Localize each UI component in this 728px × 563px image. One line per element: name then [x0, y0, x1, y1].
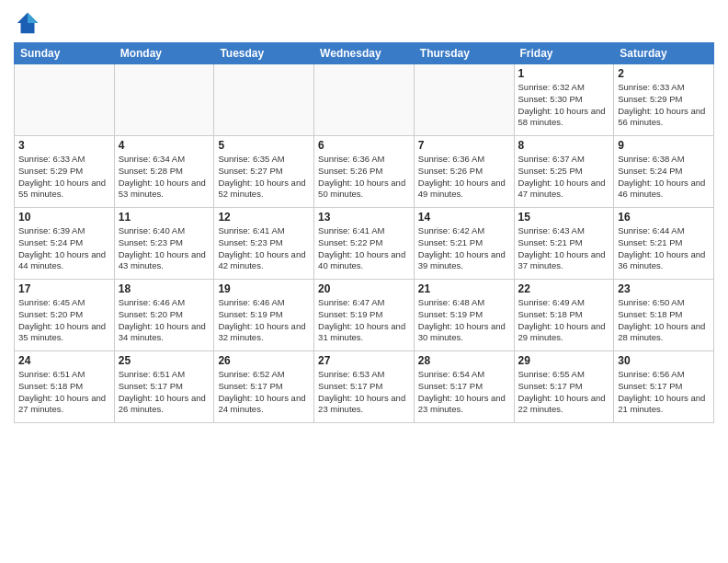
- day-number: 29: [518, 354, 610, 367]
- day-number: 30: [618, 354, 710, 367]
- day-number: 1: [518, 67, 610, 80]
- day-cell: 30Sunrise: 6:56 AM Sunset: 5:17 PM Dayli…: [614, 351, 714, 423]
- day-info: Sunrise: 6:32 AM Sunset: 5:30 PM Dayligh…: [518, 82, 610, 129]
- day-cell: 27Sunrise: 6:53 AM Sunset: 5:17 PM Dayli…: [314, 351, 415, 423]
- weekday-header-monday: Monday: [114, 43, 214, 64]
- weekday-header-saturday: Saturday: [614, 43, 714, 64]
- day-info: Sunrise: 6:33 AM Sunset: 5:29 PM Dayligh…: [618, 82, 710, 129]
- week-row-1: 3Sunrise: 6:33 AM Sunset: 5:29 PM Daylig…: [15, 136, 714, 208]
- page: SundayMondayTuesdayWednesdayThursdayFrid…: [0, 0, 728, 563]
- day-info: Sunrise: 6:43 AM Sunset: 5:21 PM Dayligh…: [518, 225, 610, 272]
- day-cell: [214, 64, 314, 136]
- day-info: Sunrise: 6:48 AM Sunset: 5:19 PM Dayligh…: [418, 297, 510, 344]
- weekday-header-row: SundayMondayTuesdayWednesdayThursdayFrid…: [15, 43, 714, 64]
- day-cell: 5Sunrise: 6:35 AM Sunset: 5:27 PM Daylig…: [214, 136, 314, 208]
- day-number: 17: [18, 282, 110, 295]
- day-cell: [15, 64, 115, 136]
- day-cell: 2Sunrise: 6:33 AM Sunset: 5:29 PM Daylig…: [614, 64, 714, 136]
- day-cell: 22Sunrise: 6:49 AM Sunset: 5:18 PM Dayli…: [514, 280, 614, 351]
- week-row-0: 1Sunrise: 6:32 AM Sunset: 5:30 PM Daylig…: [15, 64, 714, 136]
- day-number: 6: [318, 139, 410, 152]
- weekday-header-sunday: Sunday: [15, 43, 115, 64]
- day-info: Sunrise: 6:35 AM Sunset: 5:27 PM Dayligh…: [218, 154, 310, 201]
- day-info: Sunrise: 6:41 AM Sunset: 5:23 PM Dayligh…: [218, 225, 310, 272]
- day-info: Sunrise: 6:39 AM Sunset: 5:24 PM Dayligh…: [18, 225, 110, 272]
- day-cell: 16Sunrise: 6:44 AM Sunset: 5:21 PM Dayli…: [614, 208, 714, 280]
- day-number: 21: [418, 282, 510, 295]
- day-cell: 6Sunrise: 6:36 AM Sunset: 5:26 PM Daylig…: [314, 136, 415, 208]
- day-info: Sunrise: 6:46 AM Sunset: 5:19 PM Dayligh…: [218, 297, 310, 344]
- logo: [14, 9, 45, 37]
- week-row-4: 24Sunrise: 6:51 AM Sunset: 5:18 PM Dayli…: [15, 351, 714, 423]
- weekday-header-friday: Friday: [514, 43, 614, 64]
- day-number: 4: [119, 139, 210, 152]
- day-info: Sunrise: 6:53 AM Sunset: 5:17 PM Dayligh…: [318, 369, 410, 416]
- day-cell: [314, 64, 415, 136]
- day-info: Sunrise: 6:51 AM Sunset: 5:18 PM Dayligh…: [18, 369, 110, 416]
- day-info: Sunrise: 6:33 AM Sunset: 5:29 PM Dayligh…: [18, 154, 110, 201]
- day-cell: 17Sunrise: 6:45 AM Sunset: 5:20 PM Dayli…: [15, 280, 115, 351]
- day-number: 22: [518, 282, 610, 295]
- day-info: Sunrise: 6:38 AM Sunset: 5:24 PM Dayligh…: [618, 154, 710, 201]
- day-info: Sunrise: 6:36 AM Sunset: 5:26 PM Dayligh…: [418, 154, 510, 201]
- day-number: 19: [218, 282, 310, 295]
- day-info: Sunrise: 6:45 AM Sunset: 5:20 PM Dayligh…: [18, 297, 110, 344]
- day-info: Sunrise: 6:49 AM Sunset: 5:18 PM Dayligh…: [518, 297, 610, 344]
- calendar-table: SundayMondayTuesdayWednesdayThursdayFrid…: [14, 42, 714, 423]
- day-number: 13: [318, 211, 410, 224]
- day-cell: 4Sunrise: 6:34 AM Sunset: 5:28 PM Daylig…: [114, 136, 214, 208]
- day-number: 20: [318, 282, 410, 295]
- day-number: 5: [218, 139, 310, 152]
- day-cell: 11Sunrise: 6:40 AM Sunset: 5:23 PM Dayli…: [114, 208, 214, 280]
- day-cell: 12Sunrise: 6:41 AM Sunset: 5:23 PM Dayli…: [214, 208, 314, 280]
- day-cell: 7Sunrise: 6:36 AM Sunset: 5:26 PM Daylig…: [414, 136, 514, 208]
- day-cell: 3Sunrise: 6:33 AM Sunset: 5:29 PM Daylig…: [15, 136, 115, 208]
- day-number: 27: [318, 354, 410, 367]
- day-cell: 13Sunrise: 6:41 AM Sunset: 5:22 PM Dayli…: [314, 208, 415, 280]
- day-cell: 21Sunrise: 6:48 AM Sunset: 5:19 PM Dayli…: [414, 280, 514, 351]
- day-info: Sunrise: 6:56 AM Sunset: 5:17 PM Dayligh…: [618, 369, 710, 416]
- day-number: 2: [618, 67, 710, 80]
- day-info: Sunrise: 6:46 AM Sunset: 5:20 PM Dayligh…: [119, 297, 210, 344]
- day-cell: 1Sunrise: 6:32 AM Sunset: 5:30 PM Daylig…: [514, 64, 614, 136]
- svg-marker-1: [28, 13, 38, 23]
- day-number: 3: [18, 139, 110, 152]
- day-info: Sunrise: 6:37 AM Sunset: 5:25 PM Dayligh…: [518, 154, 610, 201]
- day-number: 11: [119, 211, 210, 224]
- day-cell: 20Sunrise: 6:47 AM Sunset: 5:19 PM Dayli…: [314, 280, 415, 351]
- day-number: 18: [119, 282, 210, 295]
- day-number: 24: [18, 354, 110, 367]
- day-number: 14: [418, 211, 510, 224]
- day-info: Sunrise: 6:44 AM Sunset: 5:21 PM Dayligh…: [618, 225, 710, 272]
- day-cell: 23Sunrise: 6:50 AM Sunset: 5:18 PM Dayli…: [614, 280, 714, 351]
- day-number: 9: [618, 139, 710, 152]
- day-info: Sunrise: 6:41 AM Sunset: 5:22 PM Dayligh…: [318, 225, 410, 272]
- day-number: 8: [518, 139, 610, 152]
- day-cell: 9Sunrise: 6:38 AM Sunset: 5:24 PM Daylig…: [614, 136, 714, 208]
- day-number: 28: [418, 354, 510, 367]
- day-info: Sunrise: 6:55 AM Sunset: 5:17 PM Dayligh…: [518, 369, 610, 416]
- day-number: 25: [119, 354, 210, 367]
- day-cell: 28Sunrise: 6:54 AM Sunset: 5:17 PM Dayli…: [414, 351, 514, 423]
- logo-icon: [14, 9, 41, 37]
- day-number: 12: [218, 211, 310, 224]
- day-cell: [414, 64, 514, 136]
- day-info: Sunrise: 6:50 AM Sunset: 5:18 PM Dayligh…: [618, 297, 710, 344]
- week-row-2: 10Sunrise: 6:39 AM Sunset: 5:24 PM Dayli…: [15, 208, 714, 280]
- day-number: 26: [218, 354, 310, 367]
- day-cell: 10Sunrise: 6:39 AM Sunset: 5:24 PM Dayli…: [15, 208, 115, 280]
- day-cell: 25Sunrise: 6:51 AM Sunset: 5:17 PM Dayli…: [114, 351, 214, 423]
- week-row-3: 17Sunrise: 6:45 AM Sunset: 5:20 PM Dayli…: [15, 280, 714, 351]
- day-cell: 24Sunrise: 6:51 AM Sunset: 5:18 PM Dayli…: [15, 351, 115, 423]
- day-cell: 15Sunrise: 6:43 AM Sunset: 5:21 PM Dayli…: [514, 208, 614, 280]
- day-info: Sunrise: 6:42 AM Sunset: 5:21 PM Dayligh…: [418, 225, 510, 272]
- day-info: Sunrise: 6:47 AM Sunset: 5:19 PM Dayligh…: [318, 297, 410, 344]
- day-cell: 14Sunrise: 6:42 AM Sunset: 5:21 PM Dayli…: [414, 208, 514, 280]
- day-info: Sunrise: 6:34 AM Sunset: 5:28 PM Dayligh…: [119, 154, 210, 201]
- day-number: 16: [618, 211, 710, 224]
- weekday-header-tuesday: Tuesday: [214, 43, 314, 64]
- day-cell: [114, 64, 214, 136]
- day-cell: 19Sunrise: 6:46 AM Sunset: 5:19 PM Dayli…: [214, 280, 314, 351]
- day-number: 23: [618, 282, 710, 295]
- weekday-header-wednesday: Wednesday: [314, 43, 415, 64]
